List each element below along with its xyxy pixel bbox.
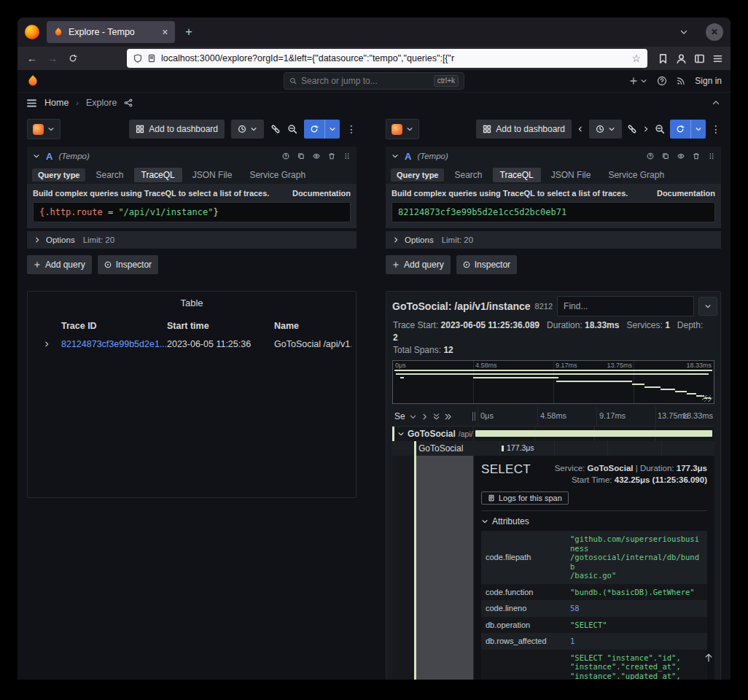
account-icon[interactable] xyxy=(676,53,687,64)
collapse-query-icon[interactable] xyxy=(33,152,40,160)
time-range-picker[interactable] xyxy=(589,120,622,139)
scroll-to-top-icon[interactable] xyxy=(704,653,714,663)
col-name[interactable]: Name xyxy=(274,321,351,331)
col-trace-id[interactable]: Trace ID xyxy=(61,321,167,331)
attribute-row[interactable]: code.lineno58 xyxy=(481,600,707,617)
tab-json-file[interactable]: JSON File xyxy=(185,168,240,182)
new-menu-button[interactable] xyxy=(629,77,647,85)
copy-icon[interactable] xyxy=(297,152,305,160)
attribute-row[interactable]: code.function"bundb.(*basicDB).GetWhere" xyxy=(481,584,707,601)
list-tabs-icon[interactable] xyxy=(679,28,688,36)
copy-icon[interactable] xyxy=(662,152,669,160)
trash-icon[interactable] xyxy=(328,152,335,160)
eye-icon[interactable] xyxy=(313,152,320,160)
query-options-row[interactable]: Options Limit: 20 xyxy=(386,231,721,249)
mega-menu-icon[interactable] xyxy=(26,98,37,109)
site-info-icon[interactable] xyxy=(147,54,156,63)
save-to-pocket-icon[interactable] xyxy=(658,53,669,64)
chevron-right-icon[interactable] xyxy=(421,413,429,421)
logs-for-span-button[interactable]: Logs for this span xyxy=(481,491,569,505)
run-query-button[interactable] xyxy=(304,120,340,139)
time-range-picker[interactable] xyxy=(231,120,264,139)
shift-time-back-icon[interactable] xyxy=(577,125,584,133)
chevron-down-icon[interactable] xyxy=(397,430,405,438)
help-icon[interactable] xyxy=(282,152,289,160)
sign-in-button[interactable]: Sign in xyxy=(695,76,722,86)
traceql-query-input[interactable]: {.http.route = "/api/v1/instance"} xyxy=(33,202,351,222)
drag-handle-icon[interactable] xyxy=(343,152,351,160)
column-resize-handle[interactable] xyxy=(472,412,475,421)
tab-traceql[interactable]: TraceQL xyxy=(134,168,182,182)
attribute-row[interactable]: db.operation"SELECT" xyxy=(481,617,707,634)
news-icon[interactable] xyxy=(677,77,685,85)
inspector-button[interactable]: Inspector xyxy=(98,255,158,274)
inspector-button[interactable]: Inspector xyxy=(456,255,517,274)
reload-button[interactable] xyxy=(64,50,82,67)
collapse-query-icon[interactable] xyxy=(391,152,399,160)
breadcrumb-home[interactable]: Home xyxy=(44,98,69,108)
trash-icon[interactable] xyxy=(693,152,700,160)
tab-service-graph[interactable]: Service Graph xyxy=(601,168,671,182)
span-bar[interactable] xyxy=(502,446,504,451)
browser-tab[interactable]: Explore - Tempo ✕ xyxy=(47,21,175,43)
new-tab-button[interactable]: + xyxy=(182,25,195,39)
eye-icon[interactable] xyxy=(677,152,685,160)
attribute-row[interactable]: db.statement"SELECT "instance"."id", "in… xyxy=(481,650,707,680)
datasource-picker[interactable] xyxy=(27,119,61,139)
chevron-down-icon[interactable] xyxy=(324,120,340,139)
table-row[interactable]: 82124873cf3e99b5d2e1... 2023-06-05 11:25… xyxy=(28,335,356,354)
add-to-dashboard-button[interactable]: Add to dashboard xyxy=(129,120,225,139)
expand-row-icon[interactable] xyxy=(32,341,61,348)
grafana-logo[interactable] xyxy=(26,74,39,88)
shift-time-forward-icon[interactable] xyxy=(642,125,650,133)
collapse-all-icon[interactable] xyxy=(432,413,440,421)
attribute-row[interactable]: code.filepath"github.com/superseriousbus… xyxy=(481,531,707,584)
trace-minimap[interactable]: 0μs 4.58ms 9.17ms 13.75ms 18.33ms xyxy=(392,360,714,404)
share-icon[interactable] xyxy=(124,98,133,107)
col-start-time[interactable]: Start time xyxy=(167,321,274,331)
query-letter[interactable]: A xyxy=(405,151,411,162)
span-row-child[interactable]: GoToSocial 177.3μs xyxy=(392,441,714,456)
back-button[interactable]: ← xyxy=(23,50,41,67)
query-letter[interactable]: A xyxy=(46,151,52,162)
trace-id-link[interactable]: 82124873cf3e99b5d2e1... xyxy=(61,339,167,349)
link-icon[interactable] xyxy=(627,124,637,134)
bookmark-star-icon[interactable]: ☆ xyxy=(631,52,641,64)
drag-handle-icon[interactable] xyxy=(708,152,715,160)
window-close-button[interactable]: ✕ xyxy=(706,23,723,41)
chevron-down-icon[interactable] xyxy=(690,120,706,139)
tab-traceql[interactable]: TraceQL xyxy=(493,168,541,182)
tab-search[interactable]: Search xyxy=(447,168,489,182)
url-field[interactable]: localhost:3000/explore?orgId=1&left={"da… xyxy=(127,49,647,68)
add-query-button[interactable]: Add query xyxy=(27,255,92,274)
tab-json-file[interactable]: JSON File xyxy=(544,168,599,182)
minimap-resize-handle[interactable] xyxy=(702,395,712,402)
forward-button[interactable]: → xyxy=(44,50,61,67)
kebab-menu-icon[interactable]: ⋮ xyxy=(346,123,357,135)
traceql-query-input[interactable]: 82124873cf3e99b5d2e1cc5d2bc0eb71 xyxy=(391,202,715,222)
tab-search[interactable]: Search xyxy=(88,168,130,182)
next-result-button[interactable] xyxy=(698,297,717,316)
expand-all-icon[interactable] xyxy=(444,413,452,421)
attributes-accordion[interactable]: Attributes xyxy=(481,516,707,526)
zoom-out-icon[interactable] xyxy=(287,124,297,134)
add-to-dashboard-button[interactable]: Add to dashboard xyxy=(476,120,572,139)
attribute-row[interactable]: db.rows_affected1 xyxy=(481,633,707,650)
help-icon[interactable] xyxy=(657,76,667,86)
datasource-picker[interactable] xyxy=(386,119,419,139)
kebab-menu-icon[interactable]: ⋮ xyxy=(711,123,721,135)
add-query-button[interactable]: Add query xyxy=(386,255,451,274)
run-query-button[interactable] xyxy=(670,120,706,139)
chevron-down-icon[interactable] xyxy=(409,413,417,421)
link-icon[interactable] xyxy=(270,124,281,134)
find-input[interactable] xyxy=(557,296,694,316)
zoom-out-icon[interactable] xyxy=(655,124,665,134)
span-row-root[interactable]: GoToSocial /api/... xyxy=(392,427,714,441)
search-input[interactable]: Search or jump to... ctrl+k xyxy=(284,72,464,90)
menu-icon[interactable] xyxy=(712,53,723,64)
tab-close-icon[interactable]: ✕ xyxy=(162,28,168,37)
shield-icon[interactable] xyxy=(133,54,142,63)
tab-service-graph[interactable]: Service Graph xyxy=(242,168,313,182)
collapse-toolbar-icon[interactable] xyxy=(712,98,720,107)
help-icon[interactable] xyxy=(647,152,654,160)
